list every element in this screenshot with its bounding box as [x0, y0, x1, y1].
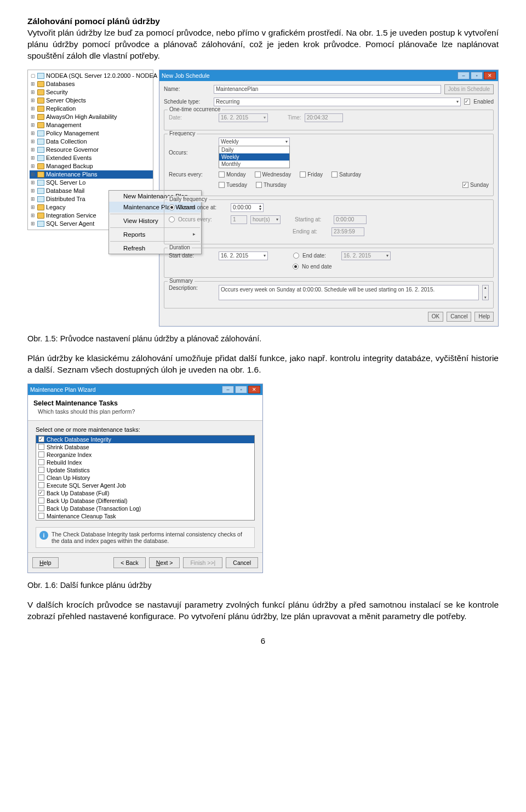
daily-frequency-group: Daily frequency Occurs once at: 0:00:00▴…: [164, 199, 494, 244]
tree-item[interactable]: ⊞Resource Governor: [30, 146, 153, 154]
minimize-button[interactable]: –: [458, 72, 470, 79]
expand-icon[interactable]: ⊞: [31, 121, 36, 129]
duration-group-title: Duration: [168, 244, 192, 250]
finish-button: Finish >>|: [183, 557, 222, 568]
expand-icon[interactable]: ⊞: [31, 88, 36, 96]
saturday-checkbox[interactable]: [331, 171, 338, 178]
task-checkbox[interactable]: [38, 498, 44, 504]
name-input[interactable]: MaintenancePlan: [214, 85, 441, 94]
expand-icon[interactable]: ⊞: [31, 187, 36, 195]
back-button[interactable]: < Back: [113, 557, 145, 568]
task-checkbox[interactable]: [38, 436, 44, 442]
expand-icon[interactable]: ⊞: [31, 179, 36, 187]
expand-icon[interactable]: ⊞: [31, 220, 36, 228]
close-button[interactable]: ✕: [484, 72, 496, 79]
start-date-input[interactable]: 16. 2. 2015▾: [219, 251, 268, 260]
thursday-checkbox[interactable]: [256, 182, 262, 188]
select-tasks-label: Select one or more maintenance tasks:: [36, 426, 255, 433]
task-item[interactable]: Clean Up History: [36, 474, 254, 482]
figure-1-6-caption: Obr. 1.6: Další funkce plánu údržby: [27, 581, 499, 590]
task-item[interactable]: Maintenance Cleanup Task: [36, 512, 254, 520]
expand-icon[interactable]: ⊞: [31, 105, 36, 113]
expand-icon[interactable]: ⊞: [31, 211, 36, 220]
task-item[interactable]: Execute SQL Server Agent Job: [36, 482, 254, 489]
task-checkbox[interactable]: [38, 505, 44, 511]
collapse-icon[interactable]: ▢: [31, 72, 36, 80]
tree-item[interactable]: ⊞Policy Management: [30, 129, 153, 138]
tree-item[interactable]: ⊞Data Collection: [30, 138, 153, 146]
task-checkbox[interactable]: [38, 444, 44, 450]
maintenance-tasks-list[interactable]: Check Database IntegrityShrink DatabaseR…: [36, 435, 255, 521]
ok-button[interactable]: OK: [428, 312, 443, 322]
expand-icon[interactable]: ⊞: [31, 96, 36, 105]
tree-item[interactable]: ⊞Replication: [30, 105, 153, 113]
task-item[interactable]: Update Statistics: [36, 466, 254, 474]
wednesday-checkbox[interactable]: [255, 171, 261, 178]
minimize-button[interactable]: –: [222, 386, 234, 393]
occurs-opt-weekly[interactable]: Weekly: [219, 153, 289, 161]
friday-checkbox[interactable]: [300, 171, 306, 178]
help-button[interactable]: Help: [32, 557, 59, 568]
tree-item[interactable]: ⊞Security: [30, 88, 153, 96]
task-item[interactable]: Reorganize Index: [36, 451, 254, 459]
tree-item[interactable]: ⊞Databases: [30, 80, 153, 88]
jobs-in-schedule-button[interactable]: Jobs in Schedule: [444, 84, 494, 94]
enabled-checkbox[interactable]: [464, 99, 470, 105]
cancel-button[interactable]: Cancel: [447, 312, 471, 322]
end-date-radio[interactable]: [293, 253, 299, 259]
tree-item[interactable]: ⊞Extended Events: [30, 154, 153, 162]
no-end-date-radio[interactable]: [293, 264, 299, 270]
task-checkbox[interactable]: [38, 482, 44, 488]
task-item[interactable]: Rebuild Index: [36, 459, 254, 466]
occurs-once-time[interactable]: 0:00:00▴▾: [231, 203, 264, 212]
schedule-type-dropdown[interactable]: Recurring▾: [214, 98, 461, 106]
expand-icon[interactable]: ⊞: [31, 170, 36, 179]
maximize-button[interactable]: ▫: [471, 72, 483, 79]
expand-icon[interactable]: ⊞: [31, 138, 36, 146]
task-item[interactable]: Shrink Database: [36, 443, 254, 451]
task-item[interactable]: Back Up Database (Transaction Log): [36, 505, 254, 512]
task-item[interactable]: Back Up Database (Differential): [36, 497, 254, 505]
occurs-once-radio[interactable]: [169, 204, 175, 210]
new-job-schedule-dialog: New Job Schedule – ▫ ✕ Name: Maintenance…: [159, 70, 499, 327]
help-button[interactable]: Help: [474, 312, 494, 322]
scrollbar[interactable]: ▴▾: [482, 285, 489, 300]
monday-checkbox[interactable]: [219, 171, 225, 178]
tree-item[interactable]: ⊞Maintenance Plans: [30, 170, 153, 179]
expand-icon[interactable]: ⊞: [31, 195, 36, 203]
tree-item[interactable]: ⊞Management: [30, 121, 153, 129]
task-item[interactable]: Check Database Integrity: [36, 436, 254, 443]
expand-icon[interactable]: ⊞: [31, 146, 36, 154]
expand-icon[interactable]: ⊞: [31, 113, 36, 121]
expand-icon[interactable]: ⊞: [31, 203, 36, 211]
tree-root[interactable]: ▢ NODEA (SQL Server 12.0.2000 - NODEA: [30, 72, 153, 80]
expand-icon[interactable]: ⊞: [31, 129, 36, 138]
tree-item[interactable]: ⊞Managed Backup: [30, 162, 153, 170]
tree-item[interactable]: ⊞Server Objects: [30, 96, 153, 105]
next-button[interactable]: Next >: [149, 557, 180, 568]
tree-item[interactable]: ⊞AlwaysOn High Availability: [30, 113, 153, 121]
close-button[interactable]: ✕: [248, 386, 260, 393]
maximize-button[interactable]: ▫: [235, 386, 247, 393]
task-checkbox[interactable]: [38, 467, 44, 473]
tuesday-checkbox[interactable]: [219, 182, 225, 188]
occurs-dropdown[interactable]: Weekly▾: [219, 138, 290, 146]
task-checkbox[interactable]: [38, 490, 44, 496]
occurs-dropdown-list[interactable]: Daily Weekly Monthly: [219, 146, 290, 168]
frequency-group: Frequency Occurs: Weekly▾ Daily Weekly M…: [164, 134, 494, 196]
task-checkbox[interactable]: [38, 459, 44, 465]
occurs-every-radio[interactable]: [169, 216, 175, 222]
tree-item[interactable]: ⊞SQL Server Lo: [30, 179, 153, 187]
task-label: Rebuild Index: [47, 459, 82, 466]
task-checkbox[interactable]: [38, 513, 44, 519]
occurs-opt-daily[interactable]: Daily: [219, 146, 289, 153]
expand-icon[interactable]: ⊞: [31, 154, 36, 162]
task-checkbox[interactable]: [38, 451, 44, 458]
cancel-button[interactable]: Cancel: [226, 557, 258, 568]
sunday-checkbox[interactable]: [462, 182, 468, 188]
occurs-opt-monthly[interactable]: Monthly: [219, 161, 289, 168]
task-item[interactable]: Back Up Database (Full): [36, 489, 254, 497]
expand-icon[interactable]: ⊞: [31, 80, 36, 88]
expand-icon[interactable]: ⊞: [31, 162, 36, 170]
task-checkbox[interactable]: [38, 474, 44, 481]
